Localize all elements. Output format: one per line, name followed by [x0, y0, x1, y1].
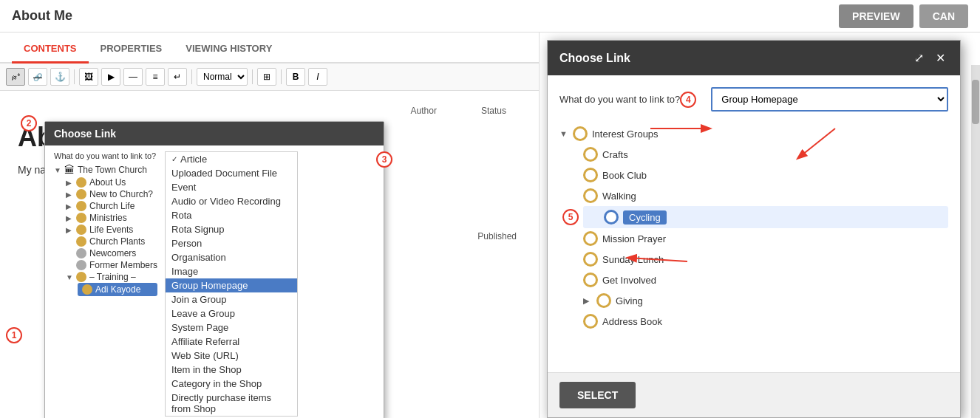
- link-opt-shop-cat[interactable]: Category in the Shop: [166, 377, 297, 391]
- col-author: Author: [411, 106, 437, 116]
- lt-mission-prayer[interactable]: Mission Prayer: [583, 228, 948, 249]
- large-dialog-controls: ⤢ ✕: [911, 49, 948, 66]
- annotation-1: 1: [6, 327, 22, 343]
- lt-cycling[interactable]: 5 Cycling: [583, 206, 948, 228]
- link-opt-event[interactable]: Event: [166, 180, 297, 194]
- hr-button[interactable]: —: [123, 68, 143, 86]
- tree-church-plants[interactable]: Church Plants: [66, 236, 157, 247]
- lt-children: Crafts Book Club Walking 5: [559, 144, 948, 332]
- lt-get-involved[interactable]: Get Involved: [583, 270, 948, 290]
- preview-button[interactable]: PREVIEW: [839, 4, 913, 28]
- select-button[interactable]: SELECT: [559, 382, 636, 408]
- link-opt-affiliate[interactable]: Affiliate Referral: [166, 335, 297, 349]
- link-opt-rota[interactable]: Rota: [166, 208, 297, 222]
- tree-church-life[interactable]: ▶ Church Life: [66, 200, 157, 212]
- tab-properties[interactable]: PROPERTIES: [89, 32, 174, 64]
- link-type-list: ✓ Article Uploaded Document File Event A…: [165, 151, 298, 417]
- lt-giving[interactable]: ▶ Giving: [583, 290, 948, 311]
- link-opt-group-homepage[interactable]: Group Homepage: [166, 278, 297, 292]
- link-opt-article[interactable]: ✓ Article: [166, 152, 297, 166]
- page-title: About Me: [12, 8, 72, 24]
- tree-about-us[interactable]: ▶ About Us: [66, 177, 157, 188]
- toolbar-separator-2: [191, 69, 192, 84]
- lt-sunday-lunch[interactable]: Sunday Lunch: [583, 249, 948, 270]
- large-tree: ▼ Interest Groups Crafts Book Club: [559, 123, 948, 332]
- scrollbar[interactable]: [971, 65, 980, 418]
- link-opt-audio[interactable]: Audio or Video Recording: [166, 194, 297, 208]
- annotation-5: 5: [562, 209, 579, 225]
- link-opt-join-group[interactable]: Join a Group: [166, 292, 297, 306]
- inner-dialog-header: Choose Link: [45, 122, 384, 145]
- format-select[interactable]: Normal: [197, 68, 248, 86]
- toolbar: 2 🔗 ⚓ 🖼 ▶ — ≡ ↵ Normal: [0, 64, 539, 91]
- grid-button[interactable]: ⊞: [257, 68, 276, 86]
- tree-training: ▼ – Training –: [66, 271, 157, 283]
- expand-button[interactable]: ⤢: [911, 49, 927, 66]
- tree-ministries[interactable]: ▶ Ministries: [66, 212, 157, 224]
- link-opt-shop-item[interactable]: Item in the Shop: [166, 363, 297, 377]
- link-opt-leave-group[interactable]: Leave a Group: [166, 306, 297, 321]
- image-button[interactable]: 🖼: [79, 68, 98, 86]
- large-dialog-footer: SELECT: [548, 372, 960, 417]
- lt-crafts[interactable]: Crafts: [583, 144, 948, 165]
- link-button[interactable]: [6, 68, 25, 86]
- toolbar-separator-1: [74, 69, 75, 84]
- bold-button[interactable]: B: [286, 68, 305, 86]
- tree-former-members[interactable]: Former Members: [66, 259, 157, 271]
- left-panel: CONTENTS PROPERTIES VIEWING HISTORY 2 🔗 …: [0, 32, 540, 418]
- annotation-3: 3: [376, 151, 392, 168]
- tree-newcomers[interactable]: Newcomers: [66, 247, 157, 259]
- link-type-select[interactable]: Group Homepage: [711, 87, 948, 112]
- link-opt-system-page[interactable]: System Page: [166, 321, 297, 335]
- col-status: Status: [481, 106, 506, 116]
- align-right-button[interactable]: ↵: [168, 68, 187, 86]
- large-dialog-title: Choose Link: [559, 52, 630, 65]
- link-type-row: What do you want to link to? 4 Group Hom…: [559, 87, 948, 112]
- tree-new-to-church[interactable]: ▶ New to Church?: [66, 188, 157, 200]
- right-panel: Choose Link ⤢ ✕ What do you want to link…: [540, 32, 980, 418]
- choose-link-large-dialog: Choose Link ⤢ ✕ What do you want to link…: [547, 40, 961, 418]
- unlink-button[interactable]: 🔗: [28, 68, 47, 86]
- tree-root[interactable]: ▼ 🏛 The Town Church: [54, 163, 157, 177]
- link-opt-shop-buy[interactable]: Directly purchase items from Shop: [166, 391, 297, 416]
- top-bar: About Me PREVIEW CAN: [0, 0, 980, 32]
- inner-tree: ▼ 🏛 The Town Church ▶ About Us ▶: [54, 163, 157, 296]
- close-button[interactable]: ✕: [933, 49, 948, 66]
- published-status: Published: [477, 231, 517, 241]
- toolbar-separator-3: [252, 69, 253, 84]
- tabs: CONTENTS PROPERTIES VIEWING HISTORY: [0, 32, 539, 64]
- link-opt-person[interactable]: Person: [166, 236, 297, 250]
- lt-book-club[interactable]: Book Club: [583, 165, 948, 185]
- main-area: CONTENTS PROPERTIES VIEWING HISTORY 2 🔗 …: [0, 32, 980, 418]
- inner-prompt: What do you want to link to?: [54, 151, 157, 160]
- link-opt-image[interactable]: Image: [166, 264, 297, 278]
- tab-contents[interactable]: CONTENTS: [12, 32, 89, 64]
- annotation-2: 2: [21, 115, 37, 131]
- top-buttons: PREVIEW CAN: [839, 4, 968, 28]
- toolbar-separator-4: [281, 69, 282, 84]
- large-prompt: What do you want to link to?: [559, 94, 680, 105]
- link-opt-website[interactable]: Web Site (URL): [166, 349, 297, 363]
- lt-walking[interactable]: Walking: [583, 185, 948, 206]
- tree-adi-kayode[interactable]: Adi Kayode: [78, 283, 157, 296]
- lt-address-book[interactable]: Address Book: [583, 311, 948, 332]
- link-opt-rota-signup[interactable]: Rota Signup: [166, 222, 297, 236]
- large-dialog-header: Choose Link ⤢ ✕: [548, 41, 960, 75]
- link-opt-doc[interactable]: Uploaded Document File: [166, 166, 297, 180]
- can-button[interactable]: CAN: [919, 4, 968, 28]
- choose-link-inner-dialog: Choose Link What do you want to link to?…: [44, 121, 384, 418]
- large-dialog-body: What do you want to link to? 4 Group Hom…: [548, 75, 960, 372]
- lt-interest-groups[interactable]: ▼ Interest Groups: [559, 123, 948, 144]
- align-left-button[interactable]: ≡: [146, 68, 165, 86]
- anchor-button[interactable]: ⚓: [50, 68, 69, 86]
- link-opt-org[interactable]: Organisation: [166, 250, 297, 264]
- annotation-4: 4: [680, 92, 696, 108]
- tree-life-events[interactable]: ▶ Life Events: [66, 224, 157, 236]
- italic-button[interactable]: I: [308, 68, 327, 86]
- scrollbar-thumb[interactable]: [972, 80, 979, 124]
- media-button[interactable]: ▶: [101, 68, 120, 86]
- inner-dialog-title: Choose Link: [54, 128, 116, 140]
- tab-viewing-history[interactable]: VIEWING HISTORY: [174, 32, 284, 64]
